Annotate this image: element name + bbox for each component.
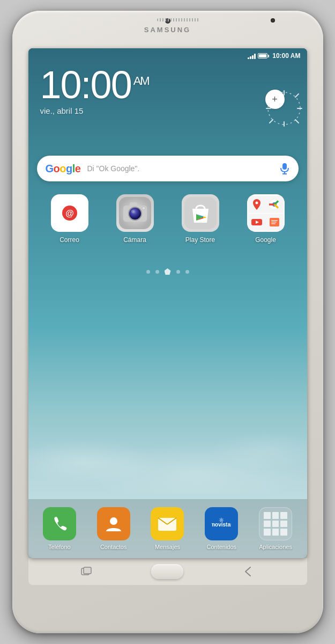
svg-point-36 bbox=[110, 517, 117, 525]
svg-line-8 bbox=[270, 120, 273, 123]
status-time: 10:00 AM bbox=[272, 52, 300, 60]
dock-mensajes[interactable]: Mensajes bbox=[151, 507, 184, 550]
dock-telefono[interactable]: Teléfono bbox=[43, 507, 76, 550]
app-grid: @ Correo bbox=[28, 194, 307, 244]
telefono-label: Teléfono bbox=[48, 544, 71, 550]
speaker-grille bbox=[157, 18, 200, 21]
playstore-icon bbox=[182, 194, 219, 232]
svg-rect-20 bbox=[130, 202, 137, 207]
weather-widget[interactable]: + bbox=[254, 80, 296, 118]
svg-point-18 bbox=[129, 208, 141, 219]
microphone-icon[interactable] bbox=[279, 163, 290, 174]
svg-rect-34 bbox=[271, 222, 277, 223]
dock-aplicaciones[interactable]: Aplicaciones bbox=[259, 507, 292, 550]
clock-date: vie., abril 15 bbox=[40, 106, 149, 115]
search-placeholder: Di "Ok Google". bbox=[87, 164, 279, 173]
svg-rect-33 bbox=[271, 220, 278, 221]
brand-logo: SAMSUNG bbox=[144, 26, 191, 34]
app-playstore[interactable]: Play Store bbox=[182, 194, 219, 244]
svg-point-21 bbox=[142, 207, 145, 210]
app-correo[interactable]: @ Correo bbox=[51, 194, 88, 244]
contactos-icon bbox=[97, 507, 130, 540]
page-dot-home bbox=[165, 268, 171, 275]
correo-label: Correo bbox=[59, 236, 79, 244]
home-button[interactable] bbox=[151, 564, 183, 579]
status-icons: 10:00 AM bbox=[248, 52, 300, 60]
dock-contactos[interactable]: Contactos bbox=[97, 507, 130, 550]
clock-time: 10:00AM bbox=[40, 65, 149, 104]
svg-rect-9 bbox=[282, 163, 287, 170]
contenidos-icon: movistar bbox=[205, 507, 238, 540]
page-dot-5 bbox=[185, 270, 189, 274]
camara-icon bbox=[116, 194, 154, 232]
recent-apps-button[interactable] bbox=[77, 564, 96, 579]
contactos-label: Contactos bbox=[100, 544, 127, 550]
signal-strength-icon bbox=[248, 53, 256, 59]
back-button[interactable] bbox=[239, 564, 258, 579]
weather-add-button[interactable]: + bbox=[265, 90, 285, 109]
phone-bottom-hardware bbox=[12, 585, 323, 628]
clouds-decoration bbox=[28, 386, 307, 494]
svg-line-6 bbox=[295, 120, 299, 123]
page-dot-4 bbox=[176, 270, 180, 274]
page-indicator bbox=[28, 268, 307, 275]
google-label: Google bbox=[255, 236, 276, 244]
svg-rect-43 bbox=[84, 567, 91, 574]
phone-device: SAMSUNG 10:00 AM bbox=[12, 11, 323, 633]
page-dot-1 bbox=[146, 270, 150, 274]
svg-rect-35 bbox=[271, 223, 276, 224]
svg-text:movistar: movistar bbox=[212, 522, 231, 528]
aplicaciones-label: Aplicaciones bbox=[259, 544, 292, 550]
google-apps-icon bbox=[247, 194, 285, 232]
correo-icon: @ bbox=[51, 194, 88, 232]
mensajes-icon bbox=[151, 507, 184, 540]
google-search-bar[interactable]: Google Di "Ok Google". bbox=[37, 156, 299, 181]
clock-widget: 10:00AM vie., abril 15 bbox=[40, 65, 149, 115]
app-camara[interactable]: Cámara bbox=[116, 194, 154, 244]
svg-line-7 bbox=[295, 94, 299, 97]
mensajes-label: Mensajes bbox=[155, 544, 180, 550]
status-bar: 10:00 AM bbox=[28, 48, 307, 63]
playstore-label: Play Store bbox=[185, 236, 215, 244]
phone-screen: 10:00 AM 10:00AM vie., abril 15 bbox=[28, 48, 307, 558]
svg-point-27 bbox=[256, 201, 258, 204]
svg-point-19 bbox=[131, 210, 135, 213]
dock-contenidos[interactable]: movistar Contenidos bbox=[205, 507, 238, 550]
svg-text:@: @ bbox=[65, 209, 74, 218]
google-logo: Google bbox=[46, 163, 81, 175]
battery-icon bbox=[258, 53, 269, 58]
front-sensor bbox=[271, 18, 275, 23]
bottom-dock: Teléfono Contactos bbox=[28, 499, 307, 558]
app-google[interactable]: Google bbox=[247, 194, 285, 244]
camara-label: Cámara bbox=[123, 236, 146, 244]
contenidos-label: Contenidos bbox=[206, 544, 236, 550]
navigation-bar bbox=[28, 558, 307, 585]
phone-top-hardware: SAMSUNG bbox=[12, 11, 323, 48]
page-dot-2 bbox=[155, 270, 159, 274]
aplicaciones-icon bbox=[259, 507, 292, 540]
telefono-icon bbox=[43, 507, 76, 540]
